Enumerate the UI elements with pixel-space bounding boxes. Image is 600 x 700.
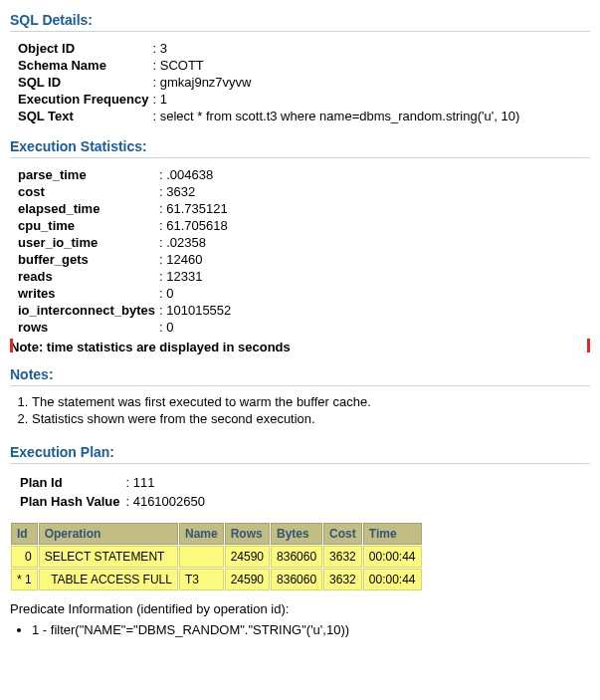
kv-val-text: 4161002650	[133, 494, 205, 509]
kv-val-text: .02358	[166, 235, 206, 250]
cell-name: T3	[179, 569, 224, 590]
cell-op: SELECT STATEMENT	[39, 546, 178, 568]
kv-row: user_io_time: .02358	[16, 234, 233, 251]
col-name: Name	[179, 523, 224, 545]
kv-val: : 101015552	[157, 302, 233, 319]
kv-val-text: 12460	[166, 252, 202, 267]
cell-id: * 1	[11, 569, 38, 590]
col-bytes: Bytes	[271, 523, 322, 545]
kv-key: Plan Id	[18, 474, 121, 491]
kv-val-text: .004638	[166, 167, 213, 182]
exec-stats-header: Execution Statistics:	[10, 138, 590, 158]
kv-key: parse_time	[16, 166, 157, 183]
kv-key: SQL ID	[16, 74, 150, 91]
sql-details-table: Object ID: 3 Schema Name: SCOTT SQL ID: …	[16, 40, 521, 124]
kv-val: : gmkaj9nz7vyvw	[150, 74, 521, 91]
exec-plan-header: Execution Plan:	[10, 444, 590, 464]
cell-time: 00:00:44	[363, 546, 422, 568]
kv-row: Plan Hash Value: 4161002650	[18, 493, 207, 510]
cell-bytes: 836060	[271, 569, 322, 590]
cell-cost: 3632	[323, 546, 362, 568]
sql-details-header: SQL Details:	[10, 12, 590, 32]
kv-row: reads: 12331	[16, 268, 233, 285]
kv-row: io_interconnect_bytes: 101015552	[16, 302, 233, 319]
kv-key: Plan Hash Value	[18, 493, 121, 510]
col-cost: Cost	[323, 523, 362, 545]
kv-key: reads	[16, 268, 157, 285]
kv-row: cost: 3632	[16, 183, 233, 200]
kv-val: : 111	[123, 474, 207, 491]
cell-op: TABLE ACCESS FULL	[39, 569, 178, 590]
cell-name	[179, 546, 224, 568]
col-id: Id	[11, 523, 38, 545]
kv-val-text: 111	[133, 475, 155, 490]
plan-table: Id Operation Name Rows Bytes Cost Time 0…	[10, 522, 423, 591]
plan-header-row: Id Operation Name Rows Bytes Cost Time	[11, 523, 422, 545]
kv-val-text: SCOTT	[160, 58, 204, 73]
kv-row: Execution Frequency: 1	[16, 91, 521, 108]
kv-val: : 61.705618	[157, 217, 233, 234]
kv-val: : select * from scott.t3 where name=dbms…	[150, 108, 521, 124]
col-time: Time	[363, 523, 422, 545]
kv-row: parse_time: .004638	[16, 166, 233, 183]
plan-row: 0 SELECT STATEMENT 24590 836060 3632 00:…	[11, 546, 422, 568]
kv-row: Plan Id: 111	[18, 474, 207, 491]
kv-val-text: select * from scott.t3 where name=dbms_r…	[160, 109, 520, 123]
kv-val: : 4161002650	[123, 493, 207, 510]
kv-row: elapsed_time: 61.735121	[16, 200, 233, 217]
notes-list: The statement was first executed to warm…	[32, 394, 590, 426]
kv-val: : 12460	[157, 251, 233, 268]
kv-val: : .02358	[157, 234, 233, 251]
cell-cost: 3632	[323, 569, 362, 590]
left-marker	[10, 339, 13, 352]
kv-key: rows	[16, 319, 157, 336]
kv-val-text: 3	[160, 41, 167, 56]
exec-stats-table: parse_time: .004638 cost: 3632 elapsed_t…	[16, 166, 233, 336]
kv-row: SQL Text: select * from scott.t3 where n…	[16, 108, 521, 124]
kv-val-text: 0	[166, 320, 173, 335]
predicate-list: 1 - filter("NAME"="DBMS_RANDOM"."STRING"…	[32, 622, 590, 637]
kv-val-text: 12331	[166, 269, 202, 284]
kv-row: SQL ID: gmkaj9nz7vyvw	[16, 74, 521, 91]
kv-key: SQL Text	[16, 108, 150, 124]
cell-id: 0	[11, 546, 38, 568]
cell-rows: 24590	[225, 569, 270, 590]
kv-row: rows: 0	[16, 319, 233, 336]
kv-val: : 0	[157, 319, 233, 336]
kv-val: : SCOTT	[150, 57, 521, 74]
plan-row: * 1 TABLE ACCESS FULL T3 24590 836060 36…	[11, 569, 422, 590]
cell-time: 00:00:44	[363, 569, 422, 590]
kv-key: writes	[16, 285, 157, 302]
kv-val: : 61.735121	[157, 200, 233, 217]
kv-val: : .004638	[157, 166, 233, 183]
kv-val-text: 61.705618	[166, 218, 227, 233]
kv-row: buffer_gets: 12460	[16, 251, 233, 268]
kv-val: : 3	[150, 40, 521, 57]
kv-key: user_io_time	[16, 234, 157, 251]
col-rows: Rows	[225, 523, 270, 545]
kv-key: cpu_time	[16, 217, 157, 234]
right-marker	[587, 339, 590, 352]
kv-val-text: gmkaj9nz7vyvw	[160, 75, 252, 90]
predicate-label: Predicate Information (identified by ope…	[10, 601, 590, 616]
kv-key: io_interconnect_bytes	[16, 302, 157, 319]
kv-val-text: 61.735121	[166, 201, 227, 216]
col-op: Operation	[39, 523, 178, 545]
cell-rows: 24590	[225, 546, 270, 568]
kv-key: Schema Name	[16, 57, 150, 74]
kv-row: writes: 0	[16, 285, 233, 302]
kv-key: elapsed_time	[16, 200, 157, 217]
kv-key: Execution Frequency	[16, 91, 150, 108]
note-item: Statistics shown were from the second ex…	[32, 411, 590, 426]
stats-note: Note: time statistics are displayed in s…	[10, 340, 590, 354]
kv-val: : 12331	[157, 268, 233, 285]
kv-val-text: 3632	[166, 184, 195, 199]
kv-row: Object ID: 3	[16, 40, 521, 57]
predicate-item: 1 - filter("NAME"="DBMS_RANDOM"."STRING"…	[32, 622, 590, 637]
kv-row: cpu_time: 61.705618	[16, 217, 233, 234]
kv-val-text: 101015552	[166, 303, 231, 318]
kv-val: : 3632	[157, 183, 233, 200]
kv-key: cost	[16, 183, 157, 200]
kv-key: buffer_gets	[16, 251, 157, 268]
kv-val-text: 1	[160, 92, 167, 107]
